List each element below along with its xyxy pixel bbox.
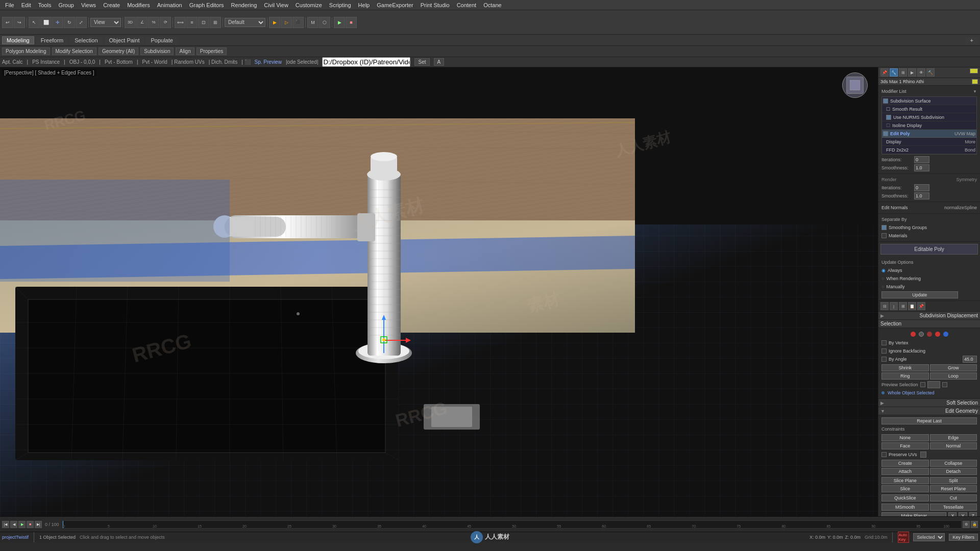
set-btn[interactable]: Set: [414, 58, 429, 66]
select-region-btn[interactable]: ⬜: [40, 17, 52, 28]
snap-percent-btn[interactable]: %: [148, 17, 159, 28]
align-btn[interactable]: ≡: [186, 17, 198, 28]
preserve-uvs-check[interactable]: [881, 452, 887, 457]
render-active-btn[interactable]: ▷: [281, 17, 292, 28]
sel-dot-1[interactable]: [911, 332, 916, 337]
selection-section-header[interactable]: Selection: [878, 320, 980, 328]
mod-smooth-result[interactable]: ☐ Smooth Result: [882, 105, 976, 113]
menu-file[interactable]: File: [2, 2, 17, 9]
edit-geometry-header[interactable]: ▼ Edit Geometry: [878, 407, 980, 415]
edit-poly-checkbox[interactable]: [883, 131, 888, 136]
shrink-btn[interactable]: Shrink: [881, 364, 929, 371]
mod-properties[interactable]: Properties: [197, 47, 227, 55]
update-button[interactable]: Update: [881, 291, 958, 298]
mod-subdiv-checkbox[interactable]: [883, 98, 888, 104]
preserve-uvs-square[interactable]: [920, 452, 926, 458]
render-scene-btn[interactable]: ▶: [269, 17, 280, 28]
mod-list-dropdown[interactable]: ▼: [973, 89, 977, 94]
menu-gameexporter[interactable]: GameExporter: [374, 2, 416, 9]
mod-func-2[interactable]: |: [890, 302, 898, 310]
by-angle-input[interactable]: [963, 356, 977, 363]
by-angle-row[interactable]: By Angle: [880, 355, 978, 363]
none-btn[interactable]: None: [881, 434, 929, 441]
rotate-btn[interactable]: ↻: [64, 17, 75, 28]
mod-display[interactable]: Display More: [882, 138, 976, 146]
materials-check[interactable]: [881, 233, 887, 238]
ring-btn[interactable]: Ring: [881, 372, 929, 380]
menu-rendering[interactable]: Rendering: [228, 2, 260, 9]
a-btn[interactable]: A: [434, 58, 445, 66]
when-rendering-row[interactable]: ○ When Rendering: [880, 274, 978, 283]
menu-scripting[interactable]: Scripting: [326, 2, 354, 9]
mod-ffd[interactable]: FFD 2x2x2 Bond: [882, 146, 976, 154]
mod-use-nurms[interactable]: Use NURMS Subdivision: [882, 113, 976, 121]
detach-btn[interactable]: Detach: [930, 468, 977, 475]
slice-btn[interactable]: Slice: [881, 485, 929, 492]
quickslice-btn[interactable]: QuickSlice: [881, 494, 929, 502]
menu-print-studio[interactable]: Print Studio: [418, 2, 453, 9]
viewport-3d[interactable]: [Perspective] [ Shaded + Edged Faces ] R…: [0, 67, 878, 516]
edit-normals-row[interactable]: Edit Normals normalizeSpline: [880, 204, 978, 212]
loop-btn[interactable]: Loop: [930, 372, 977, 380]
mod-modify-selection[interactable]: Modify Selection: [52, 47, 96, 55]
grow-btn[interactable]: Grow: [930, 364, 977, 371]
reference-dropdown[interactable]: ViewWorldLocal: [90, 18, 121, 27]
timeline-stop-btn[interactable]: ■: [27, 521, 34, 528]
display-btn[interactable]: 👁: [917, 68, 925, 77]
tab-object-paint[interactable]: Object Paint: [105, 36, 144, 44]
by-angle-check[interactable]: [881, 357, 887, 362]
timeline-opt1[interactable]: ⚙: [963, 521, 970, 528]
autokey-btn[interactable]: Auto Key: [898, 532, 909, 543]
msmooth-btn[interactable]: MSmooth: [881, 504, 929, 511]
reset-plane-btn[interactable]: Reset Plane: [930, 485, 977, 492]
snap-3d-btn[interactable]: 3D: [125, 17, 136, 28]
split-btn[interactable]: Split: [930, 477, 977, 484]
render-region-btn[interactable]: ⬛: [292, 17, 304, 28]
tab-extra[interactable]: +: [966, 36, 978, 44]
ignore-back-check[interactable]: [881, 348, 887, 354]
menu-tools[interactable]: Tools: [35, 2, 55, 9]
modifier-stack-header[interactable]: 3ds Max 1 Rhino Athi: [878, 78, 980, 86]
tab-selection[interactable]: Selection: [70, 36, 102, 44]
sel-dot-5[interactable]: [943, 332, 948, 337]
mod-func-1[interactable]: ⊟: [880, 302, 889, 310]
align2-btn[interactable]: ⊡: [198, 17, 209, 28]
color-swatch-1[interactable]: [970, 68, 978, 73]
menu-civil-view[interactable]: Civil View: [261, 2, 291, 9]
smoothness-input[interactable]: [914, 164, 929, 171]
mod-func-3[interactable]: ⊞: [899, 302, 907, 310]
z-btn[interactable]: Z: [969, 512, 977, 516]
layer-dropdown[interactable]: Default: [225, 18, 265, 27]
timeline-opt2[interactable]: 🔒: [971, 521, 978, 528]
mod-subdivision[interactable]: Subdivision: [140, 47, 174, 55]
material2-btn[interactable]: ⬡: [319, 17, 330, 28]
menu-animation[interactable]: Animation: [154, 2, 185, 9]
mod-align[interactable]: Align: [176, 47, 194, 55]
y-btn[interactable]: Y: [959, 512, 967, 516]
menu-group[interactable]: Group: [55, 2, 77, 9]
normal-btn[interactable]: Normal: [930, 442, 977, 449]
menu-content[interactable]: Content: [454, 2, 480, 9]
tab-populate[interactable]: Populate: [146, 36, 177, 44]
modifier-panel-btn[interactable]: 🔧: [890, 68, 898, 77]
menu-edit[interactable]: Edit: [18, 2, 34, 9]
utilities-btn[interactable]: 🔨: [926, 68, 935, 77]
pin-icon-btn[interactable]: 📌: [880, 68, 889, 77]
repeat-last-btn[interactable]: Repeat Last: [881, 417, 977, 424]
undo-btn[interactable]: ↩: [2, 17, 13, 28]
sel-dot-4[interactable]: [935, 332, 940, 337]
mirror-btn[interactable]: ⟺: [175, 17, 186, 28]
iterations-input[interactable]: [914, 156, 929, 163]
menu-customize[interactable]: Customize: [292, 2, 325, 9]
menu-help[interactable]: Help: [355, 2, 373, 9]
redo-btn[interactable]: ↪: [14, 17, 25, 28]
breadcrumb-sp-preview[interactable]: Sp. Preview: [255, 59, 282, 65]
subdivision-displacement-header[interactable]: ▶ Subdivision Displacement: [878, 312, 980, 320]
face-btn[interactable]: Face: [881, 442, 929, 449]
cut-btn[interactable]: Cut: [930, 494, 977, 502]
motion-btn[interactable]: ▶: [908, 68, 916, 77]
menu-views[interactable]: Views: [78, 2, 99, 9]
scale-btn[interactable]: ⤢: [76, 17, 87, 28]
render-smooth-input[interactable]: [914, 192, 929, 199]
edge-btn[interactable]: Edge: [930, 434, 977, 441]
